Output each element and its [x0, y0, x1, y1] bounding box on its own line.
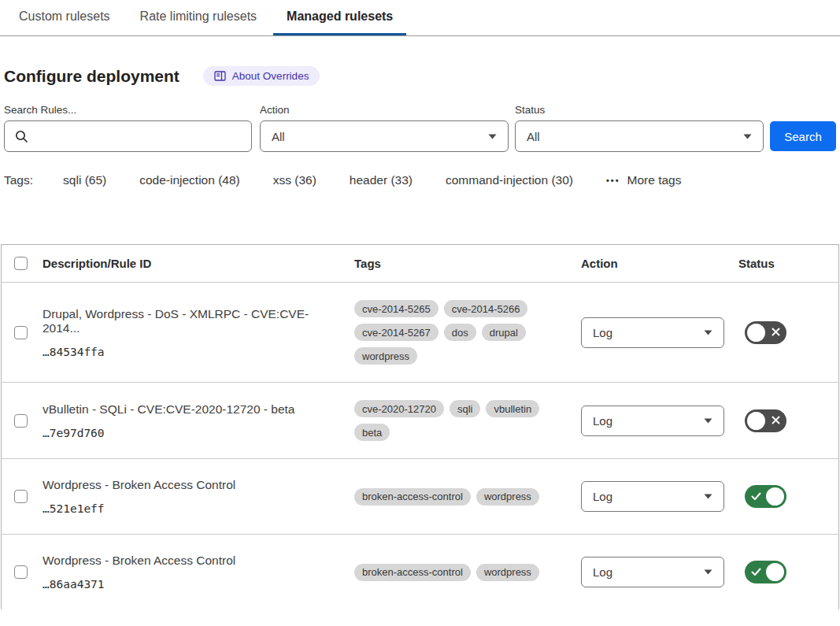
rule-description: vBulletin - SQLi - CVE:CVE-2020-12720 - … [43, 402, 354, 417]
action-filter-label: Action [260, 104, 509, 116]
tag-filter-item[interactable]: code-injection (48) [139, 173, 240, 187]
toggle-knob [747, 412, 765, 430]
tag-pill: cve-2014-5266 [444, 300, 528, 317]
action-filter-value: All [272, 130, 285, 143]
tag-filter-item[interactable]: xss (36) [273, 173, 316, 187]
select-all-checkbox[interactable] [14, 257, 28, 270]
row-checkbox[interactable] [14, 326, 28, 339]
chevron-down-icon [743, 134, 752, 139]
table-row: Wordpress - Broken Access Control …86aa4… [2, 534, 838, 609]
search-rules-input[interactable] [5, 121, 251, 151]
heading-row: Configure deployment About Overrides [4, 66, 840, 86]
column-header-status: Status [738, 257, 838, 270]
more-tags-label: More tags [627, 173, 682, 187]
action-value: Log [593, 326, 612, 339]
column-header-description-rule-id: Description/Rule ID [43, 257, 354, 270]
rule-tags: broken-access-controlwordpress [354, 564, 551, 581]
action-select[interactable]: Log [581, 317, 724, 348]
tag-pill: wordpress [476, 564, 539, 581]
managed-rulesets-page: Custom rulesetsRate limiting rulesetsMan… [0, 0, 840, 609]
rule-tags: broken-access-controlwordpress [354, 488, 551, 506]
search-rules-label: Search Rules... [4, 104, 252, 116]
status-filter-value: All [527, 130, 540, 143]
row-checkbox[interactable] [14, 490, 28, 503]
check-icon [751, 565, 761, 580]
table-row: Wordpress - Broken Access Control …521e1… [2, 458, 838, 534]
search-box [4, 120, 252, 152]
rule-description: Wordpress - Broken Access Control [43, 554, 354, 568]
status-filter-label: Status [515, 104, 764, 116]
chevron-down-icon [704, 418, 712, 424]
status-filter-select[interactable]: All [515, 120, 764, 152]
tag-filter-item[interactable]: sqli (65) [63, 173, 106, 187]
rule-description: Wordpress - Broken Access Control [43, 478, 354, 492]
table-body: Drupal, Wordpress - DoS - XMLRPC - CVE:C… [2, 283, 838, 609]
column-header-tags: Tags [354, 257, 581, 270]
action-select[interactable]: Log [581, 481, 724, 512]
toggle-knob [766, 563, 784, 581]
check-icon [751, 490, 761, 504]
status-toggle[interactable] [745, 561, 786, 583]
page-title: Configure deployment [4, 67, 179, 86]
toggle-knob [747, 324, 765, 342]
rule-tags: cve-2014-5265cve-2014-5266cve-2014-5267d… [354, 300, 551, 365]
x-icon [772, 325, 780, 339]
tag-pill: sqli [450, 400, 481, 417]
rules-table: Description/Rule IDTagsActionStatus Drup… [1, 244, 839, 609]
table-header-row: Description/Rule IDTagsActionStatus [2, 245, 838, 283]
action-filter-select[interactable]: All [260, 120, 509, 152]
tag-pill: cve-2014-5265 [354, 300, 439, 317]
more-tags-button[interactable]: ••• More tags [606, 173, 681, 187]
rule-id: …521e1eff [43, 502, 354, 515]
tab-bar: Custom rulesetsRate limiting rulesetsMan… [0, 0, 840, 36]
chevron-down-icon [704, 569, 712, 575]
tab-custom-rulesets[interactable]: Custom rulesets [6, 0, 124, 35]
chevron-down-icon [704, 494, 712, 499]
toggle-knob [766, 487, 784, 506]
action-value: Log [593, 414, 612, 428]
rule-id: …7e97d760 [43, 427, 354, 439]
table-row: vBulletin - SQLi - CVE:CVE-2020-12720 - … [2, 382, 838, 458]
action-select[interactable]: Log [581, 406, 724, 436]
rule-description: Drupal, Wordpress - DoS - XMLRPC - CVE:C… [43, 307, 354, 335]
tag-pill: broken-access-control [354, 564, 471, 581]
tags-bar-label: Tags: [4, 173, 33, 187]
status-toggle[interactable] [745, 485, 786, 508]
action-value: Log [593, 490, 612, 503]
tag-filter-list: sqli (65)code-injection (48)xss (36)head… [63, 173, 606, 187]
tag-filter-item[interactable]: command-injection (30) [446, 173, 573, 187]
column-header-action: Action [581, 257, 738, 270]
search-icon [15, 130, 28, 146]
search-button[interactable]: Search [770, 121, 836, 151]
status-toggle[interactable] [745, 321, 786, 344]
chevron-down-icon [704, 330, 712, 335]
more-dots-icon: ••• [606, 176, 620, 185]
action-select[interactable]: Log [581, 557, 724, 587]
row-checkbox[interactable] [14, 414, 28, 428]
about-overrides-link[interactable]: About Overrides [203, 66, 320, 86]
book-icon [214, 71, 226, 81]
rule-tags: cve-2020-12720sqlivbulletinbeta [354, 400, 551, 441]
tab-managed-rulesets[interactable]: Managed rulesets [273, 0, 406, 35]
tag-pill: cve-2020-12720 [354, 400, 444, 417]
tag-pill: beta [354, 424, 390, 441]
action-value: Log [593, 565, 612, 579]
tags-bar: Tags: sqli (65)code-injection (48)xss (3… [0, 173, 840, 187]
table-row: Drupal, Wordpress - DoS - XMLRPC - CVE:C… [2, 283, 838, 382]
tag-pill: wordpress [354, 347, 417, 365]
tag-pill: dos [444, 324, 476, 341]
tag-pill: broken-access-control [354, 488, 471, 506]
tag-pill: drupal [482, 324, 526, 341]
status-toggle[interactable] [745, 409, 786, 432]
about-overrides-label: About Overrides [232, 70, 309, 82]
tag-pill: cve-2014-5267 [354, 324, 439, 341]
chevron-down-icon [488, 134, 497, 139]
tab-rate-limiting-rulesets[interactable]: Rate limiting rulesets [127, 0, 271, 35]
rule-id: …86aa4371 [43, 578, 354, 591]
row-checkbox[interactable] [14, 565, 28, 579]
tag-filter-item[interactable]: header (33) [350, 173, 413, 187]
rule-id: …84534ffa [43, 346, 354, 358]
tag-pill: wordpress [476, 488, 539, 506]
x-icon [772, 413, 780, 428]
tag-pill: vbulletin [486, 400, 539, 417]
